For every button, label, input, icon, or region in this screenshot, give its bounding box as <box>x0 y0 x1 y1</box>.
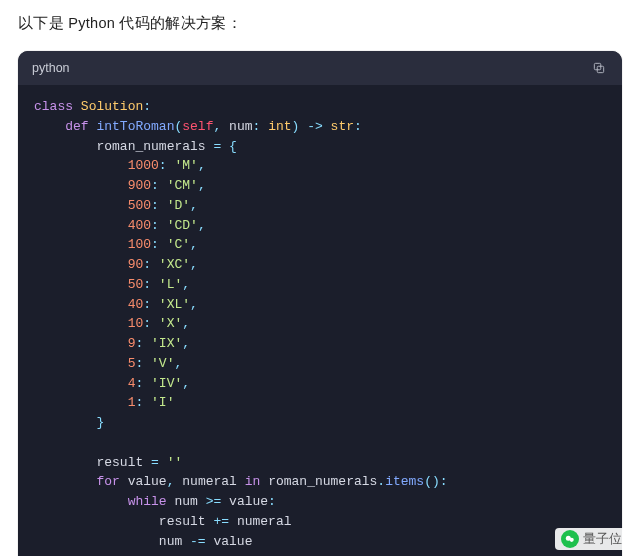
intro-text: 以下是 Python 代码的解决方案： <box>18 14 622 33</box>
code-language-label: python <box>32 61 70 75</box>
watermark-text: 量子位 <box>583 530 622 548</box>
code-header: python <box>18 51 622 85</box>
svg-point-3 <box>570 538 574 542</box>
wechat-icon <box>561 530 579 548</box>
code-block: python class Solution: def intToRoman(se… <box>18 51 622 556</box>
code-body: class Solution: def intToRoman(self, num… <box>18 85 622 556</box>
page: 以下是 Python 代码的解决方案： python class Solutio… <box>0 0 640 556</box>
copy-icon[interactable] <box>590 59 608 77</box>
watermark: 量子位 <box>555 528 628 550</box>
code-content: class Solution: def intToRoman(self, num… <box>34 97 606 556</box>
